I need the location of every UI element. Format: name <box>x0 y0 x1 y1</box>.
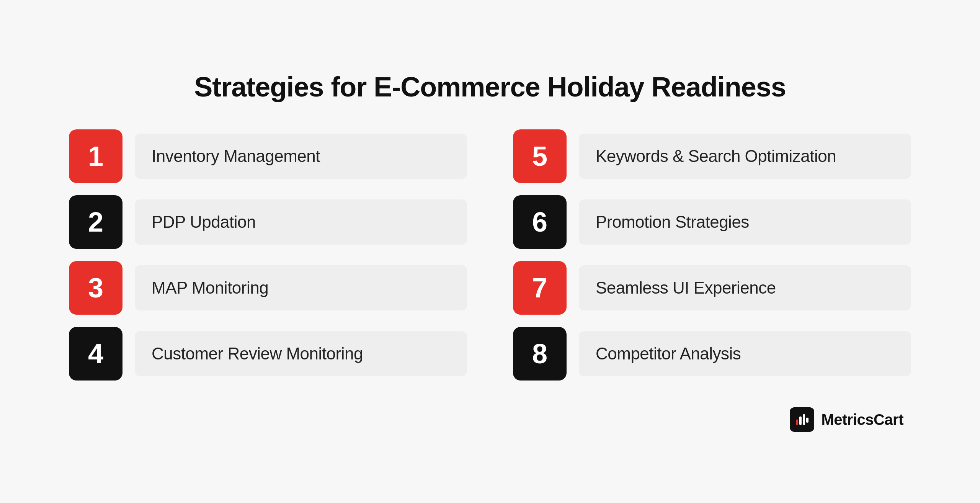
item-label-5: Keywords & Search Optimization <box>596 147 836 166</box>
number-badge-4: 4 <box>69 327 122 381</box>
footer: MetricsCart <box>69 407 911 432</box>
item-label-box-8: Competitor Analysis <box>579 331 911 376</box>
number-badge-6: 6 <box>513 195 567 249</box>
list-item: 3 MAP Monitoring <box>69 261 467 315</box>
page-title: Strategies for E-Commerce Holiday Readin… <box>194 71 786 103</box>
item-label-box-1: Inventory Management <box>135 134 467 179</box>
item-label-6: Promotion Strategies <box>596 212 749 232</box>
number-badge-8: 8 <box>513 327 567 381</box>
item-label-box-4: Customer Review Monitoring <box>135 331 467 376</box>
item-label-box-2: PDP Updation <box>135 199 467 245</box>
list-item: 2 PDP Updation <box>69 195 467 249</box>
svg-rect-1 <box>799 416 802 425</box>
number-badge-7: 7 <box>513 261 567 315</box>
item-label-4: Customer Review Monitoring <box>152 344 363 363</box>
strategies-grid: 1 Inventory Management 5 Keywords & Sear… <box>69 129 911 381</box>
list-item: 7 Seamless UI Experience <box>513 261 911 315</box>
item-label-box-5: Keywords & Search Optimization <box>579 134 911 179</box>
item-label-box-3: MAP Monitoring <box>135 265 467 310</box>
number-badge-2: 2 <box>69 195 122 249</box>
item-label-box-6: Promotion Strategies <box>579 199 911 245</box>
item-label-3: MAP Monitoring <box>152 278 268 297</box>
svg-rect-2 <box>803 414 805 425</box>
item-label-box-7: Seamless UI Experience <box>579 265 911 310</box>
svg-rect-3 <box>806 418 808 423</box>
svg-rect-0 <box>796 420 798 425</box>
item-label-7: Seamless UI Experience <box>596 278 776 297</box>
brand-name: MetricsCart <box>821 411 903 428</box>
list-item: 4 Customer Review Monitoring <box>69 327 467 381</box>
list-item: 6 Promotion Strategies <box>513 195 911 249</box>
number-badge-3: 3 <box>69 261 122 315</box>
page-container: Strategies for E-Commerce Holiday Readin… <box>69 71 911 432</box>
item-label-1: Inventory Management <box>152 147 320 166</box>
item-label-2: PDP Updation <box>152 212 256 232</box>
list-item: 5 Keywords & Search Optimization <box>513 129 911 183</box>
list-item: 8 Competitor Analysis <box>513 327 911 381</box>
list-item: 1 Inventory Management <box>69 129 467 183</box>
item-label-8: Competitor Analysis <box>596 344 741 363</box>
number-badge-5: 5 <box>513 129 567 183</box>
brand-logo-icon <box>790 407 814 432</box>
number-badge-1: 1 <box>69 129 122 183</box>
